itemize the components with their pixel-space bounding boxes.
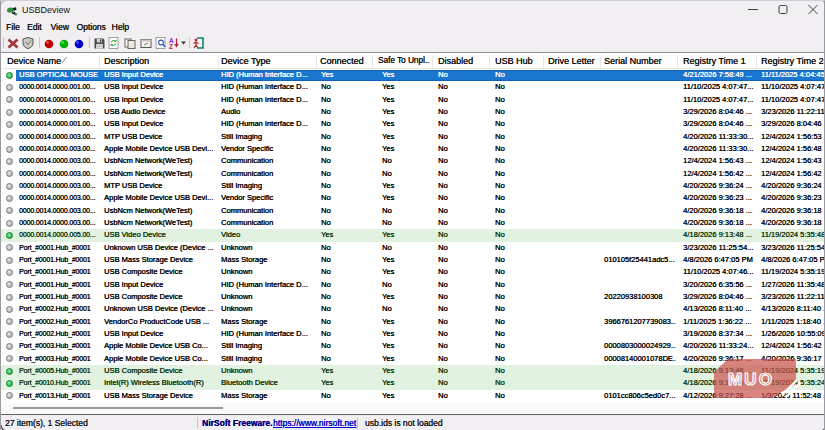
svg-text:MUO: MUO (728, 370, 774, 389)
svg-text:Z: Z (169, 43, 173, 50)
